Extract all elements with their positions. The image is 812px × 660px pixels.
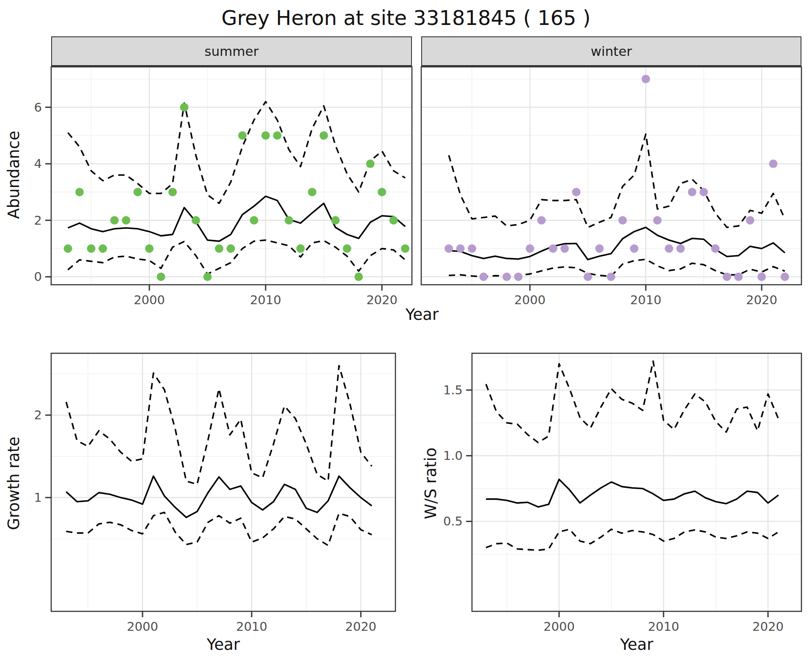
y-tick-label: 1 — [34, 490, 42, 505]
observation-point — [642, 75, 650, 83]
observation-point — [390, 216, 398, 225]
observation-point — [227, 245, 235, 253]
observation-point — [134, 188, 142, 196]
observation-point — [734, 272, 743, 281]
y-axis-ticks: 0.51.01.5 — [443, 383, 472, 528]
observation-point — [110, 216, 119, 225]
observation-point — [215, 245, 223, 253]
observation-point — [250, 216, 258, 225]
observation-point — [618, 216, 627, 225]
observation-point — [746, 216, 754, 225]
observation-point — [122, 216, 130, 225]
facet-strip-winter-label: winter — [591, 44, 632, 59]
observation-point — [723, 272, 731, 281]
observation-point — [343, 245, 351, 253]
observation-point — [757, 272, 766, 281]
observation-point — [273, 131, 282, 140]
y-axis-ticks: 12 — [34, 408, 51, 505]
x-tick-label: 2020 — [746, 293, 777, 307]
observation-point — [549, 245, 557, 253]
observation-point — [64, 245, 72, 253]
x-tick-label: 2020 — [366, 293, 398, 307]
observation-point — [479, 272, 488, 281]
observation-point — [769, 160, 777, 168]
observation-point — [401, 245, 409, 253]
x-axis-ticks: 200020102020 — [543, 611, 784, 634]
y-tick-label: 1.0 — [443, 448, 463, 463]
observation-point — [444, 245, 453, 253]
page-title: Grey Heron at site 33181845 ( 165 ) — [0, 6, 812, 30]
x-tick-label: 2000 — [127, 619, 158, 634]
panel-abundance-summer: 2000201020200246 — [34, 67, 412, 307]
y-axis-title-abundance: Abundance — [5, 135, 23, 219]
observation-point — [456, 245, 465, 253]
x-tick-label: 2010 — [250, 293, 281, 307]
observation-point — [261, 131, 270, 140]
observation-point — [468, 245, 476, 253]
x-tick-label: 2010 — [648, 619, 679, 634]
x-tick-label: 2000 — [134, 293, 165, 307]
observation-point — [192, 216, 200, 225]
observation-point — [75, 188, 84, 196]
observation-point — [145, 245, 154, 253]
observation-point — [502, 272, 511, 281]
observation-point — [711, 245, 719, 253]
observation-point — [378, 188, 386, 196]
observation-point — [180, 103, 189, 112]
facet-strip-winter: winter — [421, 36, 801, 67]
x-axis-ticks: 200020102020 — [134, 285, 398, 307]
x-axis-ticks: 200020102020 — [127, 611, 376, 634]
observation-point — [537, 216, 546, 225]
y-tick-label: 6 — [34, 100, 42, 115]
x-axis-title-year-ws: Year — [472, 635, 801, 654]
observation-point — [688, 188, 697, 196]
observation-point — [584, 272, 592, 281]
y-axis-ticks: 0246 — [34, 100, 51, 284]
y-tick-label: 0 — [34, 270, 42, 284]
observation-point — [700, 188, 708, 196]
y-tick-label: 4 — [34, 157, 42, 171]
observation-point — [99, 245, 107, 253]
observation-point — [595, 245, 604, 253]
x-tick-label: 2000 — [543, 619, 575, 634]
observation-point — [203, 272, 212, 281]
x-tick-label: 2010 — [630, 293, 661, 307]
observation-point — [157, 272, 165, 281]
x-axis-ticks: 200020102020 — [514, 285, 777, 307]
x-axis-title-year-top: Year — [0, 305, 812, 324]
observation-point — [320, 131, 328, 140]
y-tick-label: 2 — [34, 213, 42, 228]
x-tick-label: 2020 — [752, 619, 784, 634]
observation-point — [676, 245, 685, 253]
x-tick-label: 2000 — [514, 293, 546, 307]
y-tick-label: 2 — [34, 408, 42, 422]
observation-point — [665, 245, 673, 253]
x-tick-label: 2020 — [345, 619, 376, 634]
facet-strip-summer-label: summer — [204, 44, 258, 59]
observation-point — [560, 245, 569, 253]
y-tick-label: 1.5 — [443, 383, 463, 397]
observation-point — [526, 245, 534, 253]
x-tick-label: 2010 — [236, 619, 267, 634]
x-axis-title-year-growth: Year — [51, 635, 395, 654]
observation-point — [572, 188, 581, 196]
panel-ws-ratio: 2000201020200.51.01.5 — [443, 353, 801, 634]
observation-point — [781, 272, 789, 281]
facet-strip-summer: summer — [51, 36, 412, 67]
observation-point — [331, 216, 340, 225]
observation-point — [87, 245, 96, 253]
y-axis-title-growth-rate: Growth rate — [5, 436, 23, 531]
observation-point — [607, 272, 615, 281]
y-axis-title-ws-ratio: W/S ratio — [422, 445, 440, 522]
observation-point — [354, 272, 363, 281]
observation-point — [366, 160, 375, 168]
observation-point — [168, 188, 177, 196]
faceted-abundance-chart: 2000201020200246200020102020200020102020… — [0, 0, 812, 660]
observation-point — [308, 188, 316, 196]
observation-point — [285, 216, 293, 225]
panel-growth-rate: 20002010202012 — [34, 353, 395, 634]
observation-point — [653, 216, 661, 225]
y-tick-label: 0.5 — [443, 514, 463, 528]
observation-point — [296, 245, 305, 253]
panel-abundance-winter: 200020102020 — [421, 67, 801, 307]
